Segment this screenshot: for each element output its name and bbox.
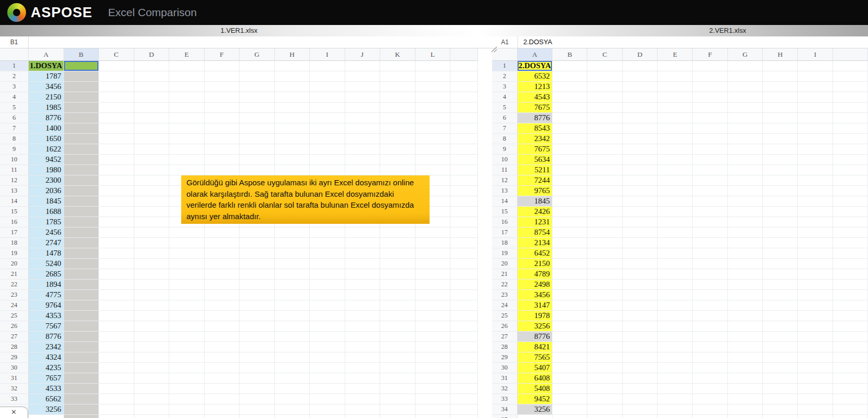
cell-G5[interactable] (240, 103, 275, 113)
cell-E35[interactable] (169, 415, 205, 418)
cell-H24[interactable] (275, 300, 310, 311)
cell-E3[interactable] (658, 82, 693, 92)
cell-H31[interactable] (275, 373, 310, 384)
cell-E19[interactable] (169, 248, 205, 259)
cell-H22[interactable] (763, 280, 798, 290)
cell-F24[interactable] (693, 300, 727, 311)
cell-C28[interactable] (587, 342, 622, 352)
cell-F26[interactable] (693, 321, 727, 332)
cell-A35[interactable] (518, 415, 552, 418)
cell-D26[interactable] (623, 321, 658, 332)
cell-E19[interactable] (658, 248, 693, 259)
right-file-tab[interactable]: 2.VER1.xlsx (478, 25, 868, 36)
column-header-C[interactable]: C (587, 48, 622, 61)
cell-A3[interactable]: 1213 (518, 82, 552, 92)
cell-J20[interactable] (345, 259, 381, 269)
cell-H29[interactable] (763, 352, 798, 363)
cell-H4[interactable] (763, 92, 798, 103)
cell-D7[interactable] (134, 123, 170, 134)
cell-K6[interactable] (380, 113, 416, 123)
row-header-32[interactable]: 32 (0, 384, 29, 394)
cell-J27[interactable] (345, 332, 381, 342)
cell-E3[interactable] (169, 82, 205, 92)
cell-I9[interactable] (798, 144, 833, 155)
cell-L29[interactable] (416, 352, 451, 363)
row-header-15[interactable]: 15 (492, 207, 518, 217)
left-select-all-corner[interactable] (0, 48, 29, 61)
cell-C27[interactable] (99, 332, 134, 342)
row-header-18[interactable]: 18 (0, 238, 29, 248)
cell-I3[interactable] (310, 82, 345, 92)
cell-B19[interactable] (552, 248, 587, 259)
cell-A14[interactable]: 1845 (518, 196, 552, 207)
column-header-F[interactable]: F (693, 48, 727, 61)
row-header-1[interactable]: 1 (492, 61, 518, 71)
cell-D27[interactable] (623, 332, 658, 342)
cell-H7[interactable] (763, 123, 798, 134)
cell-H30[interactable] (763, 363, 798, 373)
cell-C26[interactable] (99, 321, 134, 332)
cell-G6[interactable] (240, 113, 275, 123)
column-header-C[interactable]: C (99, 48, 134, 61)
cell-A26[interactable]: 7567 (29, 321, 64, 332)
cell-F11[interactable] (205, 165, 240, 175)
cell-A18[interactable]: 2134 (518, 238, 552, 248)
cell-H25[interactable] (275, 311, 310, 321)
cell-L25[interactable] (416, 311, 451, 321)
cell-F22[interactable] (205, 280, 240, 290)
row-header-17[interactable]: 17 (0, 227, 29, 238)
cell-D16[interactable] (623, 217, 658, 227)
cell-D31[interactable] (134, 373, 170, 384)
cell-F32[interactable] (693, 384, 727, 394)
cell-K31[interactable] (380, 373, 416, 384)
cell-G35[interactable] (240, 415, 275, 418)
cell-E2[interactable] (658, 71, 693, 82)
cell-D29[interactable] (623, 352, 658, 363)
cell-C25[interactable] (99, 311, 134, 321)
cell-E26[interactable] (169, 321, 205, 332)
cell-J30[interactable] (345, 363, 381, 373)
row-header-24[interactable]: 24 (0, 300, 29, 311)
cell-E16[interactable] (658, 217, 693, 227)
cell-A13[interactable]: 9765 (518, 186, 552, 196)
cell-D11[interactable] (623, 165, 658, 175)
cell-A5[interactable]: 7675 (518, 103, 552, 113)
column-header-H[interactable]: H (763, 48, 798, 61)
cell-A33[interactable]: 9452 (518, 394, 552, 404)
cell-A14[interactable]: 1845 (29, 196, 64, 207)
row-header-34[interactable]: 34 (492, 404, 518, 415)
cell-A6[interactable]: 8776 (29, 113, 64, 123)
cell-C6[interactable] (99, 113, 134, 123)
cell-J19[interactable] (345, 248, 381, 259)
cell-A9[interactable]: 1622 (29, 144, 64, 155)
cell-A23[interactable]: 3456 (518, 290, 552, 300)
cell-B17[interactable] (64, 227, 99, 238)
cell-D24[interactable] (134, 300, 170, 311)
cell-I10[interactable] (310, 155, 345, 165)
cell-H11[interactable] (763, 165, 798, 175)
cell-B18[interactable] (552, 238, 587, 248)
cell-H21[interactable] (763, 269, 798, 280)
cell-J22[interactable] (345, 280, 381, 290)
cell-I22[interactable] (310, 280, 345, 290)
cell-I15[interactable] (798, 207, 833, 217)
column-header-D[interactable]: D (134, 48, 170, 61)
cell-J32[interactable] (345, 384, 381, 394)
cell-F23[interactable] (693, 290, 727, 300)
cell-C34[interactable] (587, 404, 622, 415)
cell-H31[interactable] (763, 373, 798, 384)
cell-E11[interactable] (169, 165, 205, 175)
row-header-27[interactable]: 27 (492, 332, 518, 342)
cell-E30[interactable] (658, 363, 693, 373)
cell-K21[interactable] (380, 269, 416, 280)
cell-L20[interactable] (416, 259, 451, 269)
cell-K28[interactable] (380, 342, 416, 352)
cell-F15[interactable] (693, 207, 727, 217)
row-header-25[interactable]: 25 (0, 311, 29, 321)
cell-G4[interactable] (728, 92, 763, 103)
cell-B5[interactable] (552, 103, 587, 113)
cell-C19[interactable] (587, 248, 622, 259)
cell-H26[interactable] (763, 321, 798, 332)
cell-F8[interactable] (693, 134, 727, 144)
cell-D21[interactable] (623, 269, 658, 280)
